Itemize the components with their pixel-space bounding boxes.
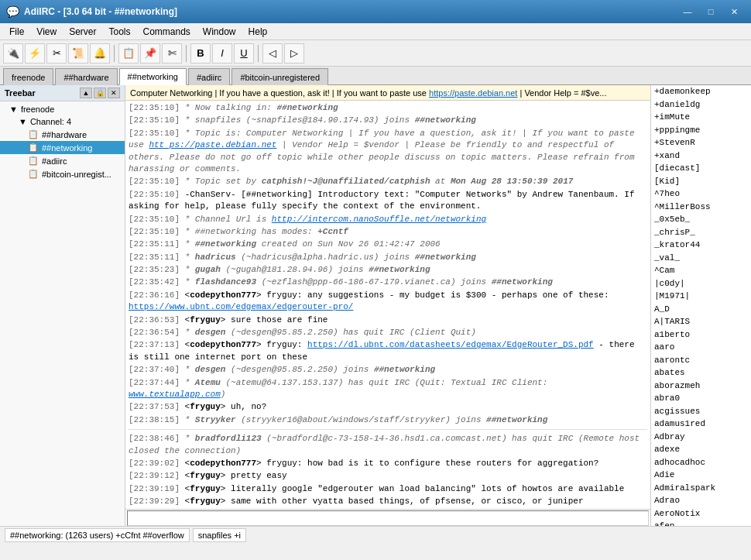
tab-adiirc[interactable]: #adiirc: [188, 68, 230, 85]
sidebar-item-networking[interactable]: 📋 ##networking: [0, 141, 125, 154]
freenode-label: freenode: [21, 105, 54, 114]
user-aaro[interactable]: aaro: [651, 341, 751, 354]
toolbar-u[interactable]: U: [234, 43, 254, 64]
menu-file[interactable]: File: [3, 23, 30, 40]
user-acgissues[interactable]: acgissues: [651, 405, 751, 418]
toolbar-options[interactable]: ✂: [46, 43, 67, 64]
user-afen[interactable]: afen: [651, 520, 751, 526]
msg-16: [22:37:40] * desgen (~desgen@95.85.2.250…: [129, 364, 647, 376]
user-krator44[interactable]: _krator44: [651, 239, 751, 252]
user-adbray[interactable]: Adbray: [651, 431, 751, 444]
msg-link-textual[interactable]: www.textualapp.com: [129, 390, 221, 399]
topic-link[interactable]: https://paste.debian.net: [429, 88, 517, 98]
msg-link-paste[interactable]: htt ps://paste.debian.net: [149, 140, 276, 149]
user-val[interactable]: _val_: [651, 252, 751, 265]
sidebar: Treebar ▲ 🔒 ✕ ▼ freenode ▼ Channel: 4 📋 …: [0, 85, 125, 526]
user-c0dy[interactable]: |c0dy|: [651, 277, 751, 290]
hardware-label: ##hardware: [42, 130, 87, 139]
tab-networking[interactable]: ##networking: [119, 68, 187, 85]
sidebar-item-hardware[interactable]: 📋 ##hardware: [0, 128, 125, 141]
chat-area: Computer Networking | If you have a ques…: [125, 85, 650, 526]
msg-link-channel-url[interactable]: http://intercom.nanoSouffle.net/networki…: [272, 215, 486, 224]
user-immute[interactable]: +imMute: [651, 111, 751, 124]
freenode-arrow-icon: ▼: [9, 105, 18, 114]
user-adhocadhoc[interactable]: adhocadhoc: [651, 456, 751, 469]
msg-5: [22:35:10] -ChanServ- [##networking] Int…: [129, 189, 647, 213]
user-adexe[interactable]: adexe: [651, 443, 751, 456]
user-m1971[interactable]: |M1971|: [651, 290, 751, 303]
user-adie[interactable]: Adie: [651, 469, 751, 482]
sidebar-close-btn[interactable]: ✕: [108, 88, 120, 98]
user-chrisp[interactable]: _chrisP_: [651, 226, 751, 239]
toolbar-copy[interactable]: 📋: [118, 43, 139, 64]
user-ataris[interactable]: A|TARIS: [651, 315, 751, 328]
channels-arrow-icon: ▼: [19, 117, 27, 126]
sidebar-item-freenode[interactable]: ▼ freenode: [0, 103, 125, 115]
status-channel-text: ##networking: (1263 users) +cCfnt ##over…: [10, 531, 184, 540]
sidebar-item-adiirc[interactable]: 📋 #adiirc: [0, 154, 125, 167]
user-pppingme[interactable]: +pppingme: [651, 124, 751, 137]
app-icon: 💬: [6, 5, 19, 18]
toolbar-notify[interactable]: 🔔: [90, 43, 110, 64]
tab-bitcoin[interactable]: #bitcoin-unregistered: [231, 68, 328, 85]
menu-help[interactable]: Help: [242, 23, 274, 40]
msg-1: [22:35:10] * Now talking in: ##networkin…: [129, 102, 647, 114]
tab-freenode[interactable]: freenode: [3, 68, 53, 85]
user-list: +daemonkeep +danieldg +imMute +pppingme …: [650, 85, 751, 526]
user-7heo[interactable]: ^7heo: [651, 187, 751, 201]
toolbar-extra1[interactable]: ◁: [262, 43, 283, 64]
user-daemonkeep[interactable]: +daemonkeep: [651, 85, 751, 98]
user-abates[interactable]: abates: [651, 366, 751, 380]
user-millerboss[interactable]: ^MillerBoss: [651, 201, 751, 214]
status-channel: ##networking: (1263 users) +cCfnt ##over…: [5, 528, 190, 542]
tab-hardware[interactable]: ##hardware: [55, 68, 117, 85]
chat-input[interactable]: [127, 510, 649, 526]
toolbar-cut[interactable]: ✄: [162, 43, 182, 64]
msg-link-edgerouter[interactable]: https://dl.ubnt.com/datasheets/edgemax/E…: [307, 340, 594, 349]
chat-messages: [22:35:10] * Now talking in: ##networkin…: [125, 101, 650, 509]
user-diecast[interactable]: [diecast]: [651, 162, 751, 175]
msg-22: [22:39:12] <fryguy> pretty easy: [129, 470, 647, 482]
user-ad[interactable]: A_D: [651, 303, 751, 316]
menu-commands[interactable]: Commands: [137, 23, 197, 40]
close-button[interactable]: ✕: [723, 4, 745, 19]
sidebar-up-btn[interactable]: ▲: [80, 88, 92, 98]
toolbar-connect[interactable]: 🔌: [3, 43, 23, 64]
sidebar-lock-btn[interactable]: 🔒: [94, 88, 106, 98]
msg-20: [22:38:46] * bradfordli123 (~bradfordl@c…: [129, 433, 647, 457]
user-danieldg[interactable]: +danieldg: [651, 98, 751, 112]
msg-link-ubnt[interactable]: https://www.ubnt.com/edgemax/edgerouter-…: [129, 302, 353, 311]
menu-tools[interactable]: Tools: [102, 23, 136, 40]
toolbar-b[interactable]: B: [190, 43, 211, 64]
toolbar-sep-1: [114, 45, 115, 62]
user-0x5eb[interactable]: _0x5eb_: [651, 213, 751, 226]
user-xand[interactable]: +xand: [651, 149, 751, 163]
user-kid[interactable]: [Kid]: [651, 175, 751, 188]
menu-window[interactable]: Window: [197, 23, 242, 40]
user-adamus1red[interactable]: adamus1red: [651, 417, 751, 431]
sidebar-item-bitcoin[interactable]: 📋 #bitcoin-unregist...: [0, 167, 125, 180]
user-cam[interactable]: ^Cam: [651, 264, 751, 277]
toolbar-extra2[interactable]: ▷: [284, 43, 304, 64]
toolbar-scripts[interactable]: 📜: [68, 43, 88, 64]
user-a1berto[interactable]: a1berto: [651, 328, 751, 342]
toolbar-i[interactable]: I: [212, 43, 232, 64]
menu-bar: File View Server Tools Commands Window H…: [0, 23, 751, 40]
toolbar-paste[interactable]: 📌: [140, 43, 160, 64]
user-aeronotix[interactable]: AeroNotix: [651, 507, 751, 520]
user-aborazmeh[interactable]: aborazmeh: [651, 380, 751, 393]
maximize-button[interactable]: □: [700, 4, 722, 19]
user-stevenr[interactable]: +StevenR: [651, 136, 751, 149]
menu-view[interactable]: View: [30, 23, 63, 40]
minimize-button[interactable]: —: [677, 4, 698, 19]
user-aarontc[interactable]: aarontc: [651, 354, 751, 367]
user-adrao[interactable]: Adrao: [651, 494, 751, 507]
window-controls: — □ ✕: [677, 4, 745, 19]
user-admiralspark[interactable]: Admiralspark: [651, 482, 751, 495]
user-abra0[interactable]: abra0: [651, 392, 751, 405]
menu-server[interactable]: Server: [63, 23, 102, 40]
toolbar-disconnect[interactable]: ⚡: [25, 43, 45, 64]
sidebar-item-channels[interactable]: ▼ Channel: 4: [0, 115, 125, 128]
msg-9: [22:35:11] * hadricus (~hadricus@alpha.h…: [129, 252, 647, 263]
sidebar-title: Treebar: [5, 88, 36, 98]
